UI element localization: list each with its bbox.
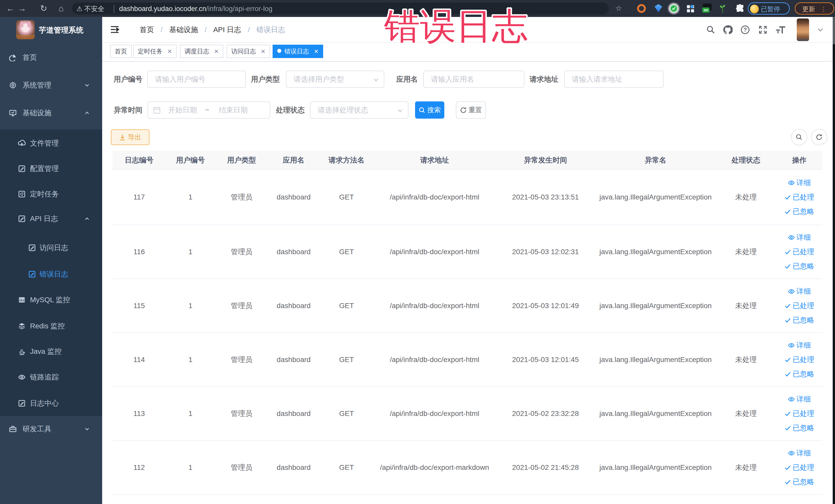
svg-text:?: ? bbox=[744, 27, 747, 33]
svg-text:错误日志: 错误日志 bbox=[384, 6, 528, 46]
